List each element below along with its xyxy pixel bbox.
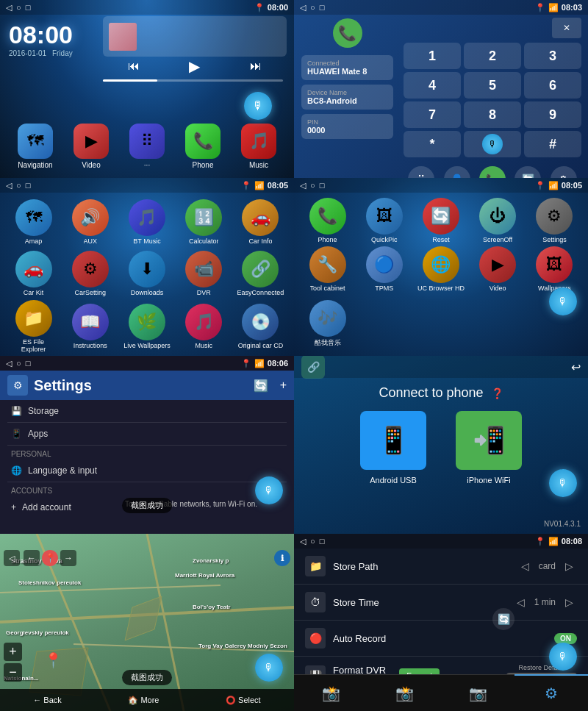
home-icon-p5[interactable]: ○: [16, 359, 21, 368]
app-video[interactable]: ▶ Video: [74, 124, 109, 169]
home-icon-p4[interactable]: ○: [310, 181, 315, 190]
app-reset[interactable]: 🔄 Reset: [413, 197, 468, 244]
mic-button-p5[interactable]: 🎙: [255, 476, 283, 504]
home-icon-p2[interactable]: ○: [16, 181, 21, 190]
play-btn[interactable]: ▶: [189, 57, 200, 75]
delete-btn[interactable]: ✕: [552, 18, 581, 38]
store-time-right-arrow[interactable]: ▷: [565, 596, 573, 608]
app-carinfo[interactable]: 🚗 Car Info: [233, 197, 288, 247]
app-toolcabinet[interactable]: 🔧 Tool cabinet: [300, 246, 355, 293]
app-navigation[interactable]: 🗺 Navigation: [18, 124, 53, 169]
recent-icon-p4[interactable]: □: [320, 181, 325, 190]
map-back-btn[interactable]: ← Back: [33, 696, 62, 704]
recent-icon-p5[interactable]: □: [26, 359, 31, 368]
app-music2[interactable]: 🎵 Music: [176, 300, 232, 353]
app-carkit[interactable]: 🚗 Car Kit: [6, 249, 61, 299]
mic-button-p8[interactable]: 🎙: [549, 643, 577, 671]
back-icon-p4[interactable]: ◁: [300, 181, 306, 190]
keypad-icon[interactable]: ⠿: [408, 166, 434, 178]
app-settings2[interactable]: ⚙ Settings: [527, 197, 582, 244]
app-originalcar[interactable]: 💿 Original car CD: [233, 300, 288, 353]
app-music[interactable]: 🎵 Music: [241, 124, 276, 169]
app-carsetting[interactable]: ⚙ CarSetting: [62, 249, 118, 299]
call-btn[interactable]: 📞: [479, 166, 506, 178]
android-usb-option[interactable]: 📱 Android USB: [360, 411, 426, 485]
app-btmusic[interactable]: 🎵 BT Music: [119, 197, 174, 247]
next-btn[interactable]: ⏭: [250, 60, 262, 73]
back-icon-p3[interactable]: ◁: [300, 3, 306, 12]
dial-9[interactable]: 9: [524, 101, 581, 128]
iphone-wifi-option[interactable]: 📲 iPhone WiFi: [456, 411, 522, 485]
dial-star[interactable]: *: [404, 131, 461, 157]
recent-icon-p3[interactable]: □: [320, 3, 325, 12]
store-path-right-arrow[interactable]: ▷: [565, 560, 573, 572]
dial-1[interactable]: 1: [404, 43, 461, 69]
app-instructions[interactable]: 📖 Instructions: [62, 300, 118, 353]
app-phone2[interactable]: 📞 Phone: [300, 197, 355, 244]
zoom-in-btn[interactable]: +: [4, 643, 22, 661]
app-esfile[interactable]: 📁 ES File Explorer: [6, 300, 61, 353]
app-wallpapers[interactable]: 🖼 Wallpapers: [527, 246, 582, 293]
contact-icon[interactable]: 👤: [444, 166, 470, 178]
connect-help-icon[interactable]: ❓: [491, 387, 503, 399]
app-downloads[interactable]: ⬇ Downloads: [119, 249, 174, 299]
recent-icon-p2[interactable]: □: [26, 181, 31, 190]
map-more-btn[interactable]: 🏠 More: [128, 696, 159, 705]
app-screenoff[interactable]: ⏻ ScreenOff: [470, 197, 526, 244]
tab-camera1[interactable]: 📸: [294, 674, 368, 711]
app-kawo[interactable]: 🎶 酷我音乐: [300, 294, 355, 353]
dial-4[interactable]: 4: [404, 72, 461, 99]
nav-left-btn[interactable]: ←: [24, 550, 40, 566]
location-pin[interactable]: 📍: [42, 550, 58, 566]
format-btn[interactable]: Format: [399, 668, 440, 674]
zoom-out-btn[interactable]: −: [4, 663, 22, 682]
home-icon-p8[interactable]: ○: [310, 537, 315, 546]
dial-hash[interactable]: #: [524, 131, 581, 157]
home-icon[interactable]: ○: [16, 3, 21, 12]
dial-6[interactable]: 6: [524, 72, 581, 99]
tab-camera3[interactable]: 📷: [441, 674, 514, 711]
app-phone[interactable]: 📞 Phone: [185, 124, 220, 169]
recent-icon[interactable]: □: [26, 3, 31, 12]
dial-7[interactable]: 7: [404, 101, 461, 128]
app-aux[interactable]: 🔊 AUX: [62, 197, 118, 247]
app-dvr[interactable]: 📹 DVR: [176, 249, 232, 299]
nav-back-btn[interactable]: ◁: [4, 550, 20, 566]
recent-icon-p8[interactable]: □: [320, 537, 325, 546]
settings-apps[interactable]: 📱 Apps: [7, 423, 287, 446]
mic-button-p1[interactable]: 🎙: [244, 92, 272, 120]
settings-icon[interactable]: ⚙: [551, 166, 577, 178]
app-quickpic[interactable]: 🖼 QuickPic: [356, 197, 412, 244]
app-video2[interactable]: ▶ Video: [470, 246, 526, 293]
dial-5[interactable]: 5: [464, 72, 521, 99]
mic-button-p7[interactable]: 🎙: [255, 654, 283, 682]
tab-settings8[interactable]: ⚙: [514, 674, 588, 711]
refresh-icon[interactable]: 🔄: [514, 166, 541, 178]
app-tpms[interactable]: 🔵 TPMS: [356, 246, 412, 293]
settings-language[interactable]: 🌐 Language & input: [7, 460, 287, 482]
back-icon[interactable]: ◁: [6, 3, 12, 12]
app-livewallpaper[interactable]: 🌿 Live Wallpapers: [119, 300, 174, 353]
nav-right-btn[interactable]: →: [60, 550, 76, 566]
dial-3[interactable]: 3: [524, 43, 581, 69]
map-info-btn[interactable]: ℹ: [274, 550, 290, 566]
prev-btn[interactable]: ⏮: [128, 60, 140, 73]
app-amap[interactable]: 🗺 Amap: [6, 197, 61, 247]
dial-2[interactable]: 2: [464, 43, 521, 69]
tab-camera2[interactable]: 📸: [368, 674, 441, 711]
app-easyconn[interactable]: 🔗 EasyConnected: [233, 249, 288, 299]
back-icon-p2[interactable]: ◁: [6, 181, 12, 190]
settings-add-icon[interactable]: +: [280, 379, 287, 392]
mic-button-p4[interactable]: 🎙: [549, 287, 577, 315]
app-ucbrowser[interactable]: 🌐 UC Browser HD: [413, 246, 468, 293]
map-select-btn[interactable]: ⭕ Select: [226, 696, 261, 705]
settings-storage[interactable]: 💾 Storage: [7, 400, 287, 423]
app-apps[interactable]: ⠿ ···: [129, 124, 165, 169]
mic-button-p6[interactable]: 🎙: [549, 469, 577, 497]
store-time-left-arrow[interactable]: ◁: [517, 596, 525, 608]
auto-record-toggle[interactable]: ON: [554, 633, 577, 644]
back-icon-p8[interactable]: ◁: [300, 537, 306, 546]
dial-mic[interactable]: 🎙: [482, 134, 503, 154]
dial-8[interactable]: 8: [464, 101, 521, 128]
connect-back-arrow[interactable]: ↩: [571, 360, 581, 374]
